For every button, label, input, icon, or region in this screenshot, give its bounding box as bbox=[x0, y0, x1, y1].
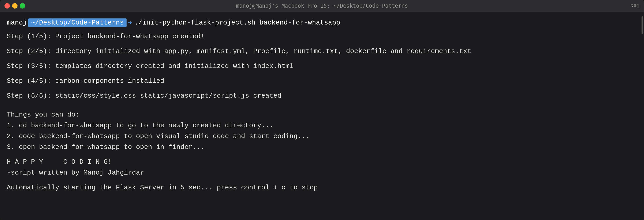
title-bar: manoj@Manoj's Macbook Pro 15: ~/Desktop/… bbox=[0, 0, 644, 12]
terminal-line bbox=[7, 86, 637, 90]
prompt-user: manoj bbox=[7, 19, 27, 27]
terminal-line: Step (2/5): directory initialized with a… bbox=[7, 46, 637, 57]
terminal-line: Automatically starting the Flask Server … bbox=[7, 182, 637, 193]
scrollbar-thumb[interactable] bbox=[642, 16, 643, 34]
close-button[interactable] bbox=[4, 3, 10, 9]
terminal-line bbox=[7, 42, 637, 46]
window-title: manoj@Manoj's Macbook Pro 15: ~/Desktop/… bbox=[236, 3, 408, 9]
terminal-line: Step (4/5): carbon-components installed bbox=[7, 76, 637, 86]
traffic-lights bbox=[4, 3, 25, 9]
terminal-body: manoj ~/Desktop/Code-Patterns ➜ ./init-p… bbox=[0, 12, 644, 220]
minimize-button[interactable] bbox=[12, 3, 18, 9]
terminal-line: -script written by Manoj Jahgirdar bbox=[7, 167, 637, 178]
terminal-output: Step (1/5): Project backend-for-whatsapp… bbox=[7, 31, 637, 193]
terminal-line: Step (5/5): static/css/style.css static/… bbox=[7, 90, 637, 101]
terminal-line: Things you can do: bbox=[7, 109, 637, 120]
terminal-window: manoj@Manoj's Macbook Pro 15: ~/Desktop/… bbox=[0, 0, 644, 220]
terminal-line bbox=[7, 101, 637, 105]
keyboard-shortcut: ⌥⌘1 bbox=[630, 3, 640, 9]
terminal-line bbox=[7, 105, 637, 109]
terminal-line: 3. open backend-for-whatsapp to open in … bbox=[7, 142, 637, 153]
prompt-path: ~/Desktop/Code-Patterns bbox=[28, 19, 126, 27]
maximize-button[interactable] bbox=[20, 3, 25, 9]
terminal-line bbox=[7, 178, 637, 182]
terminal-line bbox=[7, 153, 637, 157]
terminal-line: 1. cd backend-for-whatsapp to go to the … bbox=[7, 120, 637, 131]
terminal-line: Step (1/5): Project backend-for-whatsapp… bbox=[7, 31, 637, 42]
terminal-line: 2. code backend-for-whatsapp to open vis… bbox=[7, 131, 637, 142]
prompt-line: manoj ~/Desktop/Code-Patterns ➜ ./init-p… bbox=[7, 19, 637, 27]
prompt-command: ./init-python-flask-project.sh backend-f… bbox=[134, 19, 340, 27]
terminal-line bbox=[7, 71, 637, 76]
terminal-line: H A P P Y C O D I N G! bbox=[7, 157, 637, 167]
prompt-arrow: ➜ bbox=[128, 19, 132, 27]
terminal-line bbox=[7, 57, 637, 61]
terminal-line: Step (3/5): templates directory created … bbox=[7, 61, 637, 71]
scrollbar[interactable] bbox=[641, 12, 643, 220]
